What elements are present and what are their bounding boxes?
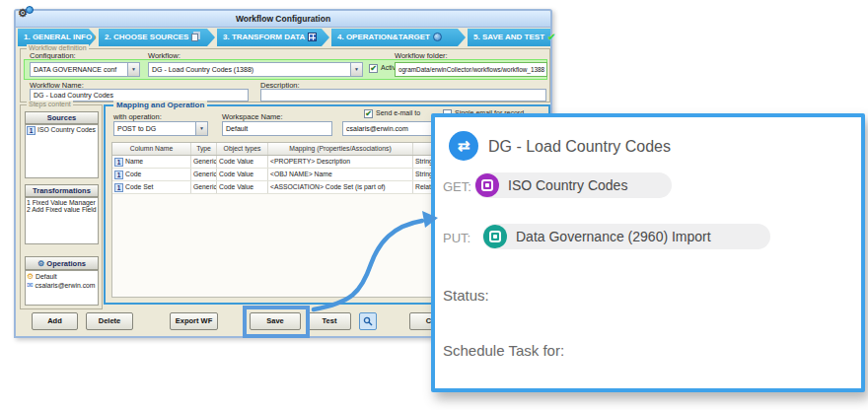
col-header[interactable]: Object types <box>217 143 268 155</box>
col-header[interactable]: Type <box>191 143 217 155</box>
sources-list: 1ISO Country Codes <box>25 124 99 178</box>
row-number-badge: 1 <box>114 171 123 179</box>
app-gear-icon: ⚙ <box>18 6 34 22</box>
put-label: PUT: <box>443 231 470 245</box>
status-label: Status: <box>443 287 489 304</box>
schedule-task-label: Schedule Task for: <box>443 342 564 359</box>
tab-save-and-test[interactable]: 5. SAVE AND TEST✔ <box>468 29 550 46</box>
row-number-badge: 1 <box>114 183 123 192</box>
transform-grid-icon <box>308 33 317 41</box>
list-item[interactable]: 2 Add Fixed value Field <box>27 206 97 213</box>
screen: ⚙ Workflow Configuration 1. GENERAL INFO… <box>0 0 868 410</box>
search-button[interactable] <box>359 312 377 330</box>
send-email-label: Send e-mail to <box>376 109 420 116</box>
get-label: GET: <box>443 179 471 194</box>
delete-button[interactable]: Delete <box>86 312 133 330</box>
operations-list: ⚙ Default ✉ csalaris@erwin.com <box>25 270 99 306</box>
window-titlebar[interactable]: ⚙ Workflow Configuration <box>16 11 550 28</box>
get-source-pill[interactable]: ISO Country Codes <box>474 172 672 198</box>
with-operation-dropdown[interactable]: POST to DG ▼ <box>113 121 208 136</box>
description-field[interactable] <box>260 89 546 102</box>
list-item[interactable]: 1 Fixed Value Manager <box>27 199 97 206</box>
chevron-down-icon[interactable]: ▼ <box>195 122 207 135</box>
item-number-badge: 1 <box>27 126 36 135</box>
tab-choose-sources[interactable]: 2. CHOOSE SOURCES <box>99 29 215 46</box>
magnifier-icon <box>363 316 373 326</box>
steps-content-label: Steps content <box>27 101 73 107</box>
get-source-icon <box>475 173 499 197</box>
sources-header[interactable]: Sources <box>25 111 99 124</box>
workflow-summary-panel: ⇄ DG - Load Country Codes GET: ISO Count… <box>431 113 865 392</box>
gear-icon: ⚙ <box>27 272 34 281</box>
chevron-down-icon[interactable]: ▼ <box>350 63 362 76</box>
test-button[interactable]: Test <box>308 312 351 330</box>
window-title: Workflow Configuration <box>236 14 330 24</box>
transformations-header[interactable]: Transformations <box>25 184 99 197</box>
configuration-dropdown[interactable]: DATA GOVERNANCE conf ▼ <box>30 62 140 77</box>
workflow-definition-label: Workflow definition <box>27 44 89 51</box>
transformations-list: 1 Fixed Value Manager 2 Add Fixed value … <box>25 197 99 244</box>
overlay-workflow-title: DG - Load Country Codes <box>488 138 671 156</box>
workflow-folder-field[interactable]: ogramData/erwinCollector/workflows/workf… <box>395 62 547 77</box>
tab-transform-data[interactable]: 3. TRANSFORM DATA <box>217 29 329 46</box>
workspace-name-label: Workspace Name: <box>222 112 283 121</box>
chevron-down-icon[interactable]: ▼ <box>127 63 139 76</box>
active-checkbox[interactable]: ✔ <box>369 64 378 73</box>
send-email-field[interactable]: csalaris@erwin.com <box>342 121 434 136</box>
list-item[interactable]: ✉ csalaris@erwin.com <box>27 281 97 290</box>
swap-arrows-icon: ⇄ <box>449 131 478 161</box>
operations-header[interactable]: ⚙ Operations <box>25 256 99 270</box>
with-operation-label: with operation: <box>113 112 162 121</box>
workflow-definition-group: Workflow definition Configuration: Workf… <box>20 48 550 102</box>
list-item[interactable]: ⚙ Default <box>27 272 97 281</box>
mapping-operation-label: Mapping and Operation <box>113 101 207 109</box>
put-target-name: Data Governance (2960) Import <box>516 229 711 244</box>
steps-content-group: Steps content Sources 1ISO Country Codes… <box>20 104 103 309</box>
green-check-icon: ✔ <box>547 29 555 46</box>
put-target-pill[interactable]: Data Governance (2960) Import <box>482 224 770 249</box>
col-header[interactable]: Mapping (Properties/Associations) <box>268 143 413 155</box>
mail-icon: ✉ <box>27 281 34 290</box>
tab-operation-target[interactable]: 4. OPERATION&TARGET <box>331 29 466 46</box>
row-number-badge: 1 <box>114 158 123 167</box>
list-item[interactable]: 1ISO Country Codes <box>27 126 97 135</box>
send-email-checkbox[interactable]: ✔ <box>364 109 373 118</box>
col-header[interactable]: Column Name <box>112 143 191 155</box>
export-wf-button[interactable]: Export WF <box>170 312 218 330</box>
sources-icon <box>191 34 198 41</box>
put-target-icon <box>483 225 507 248</box>
target-globe-icon <box>433 33 442 41</box>
add-button[interactable]: Add <box>32 312 78 330</box>
workflow-dropdown[interactable]: DG - Load Country Codes (1388) ▼ <box>148 62 363 77</box>
get-source-name: ISO Country Codes <box>508 177 627 193</box>
operations-icon: ⚙ <box>37 259 44 268</box>
workspace-name-field[interactable]: Default <box>222 121 332 136</box>
save-annotation-box <box>243 306 310 338</box>
